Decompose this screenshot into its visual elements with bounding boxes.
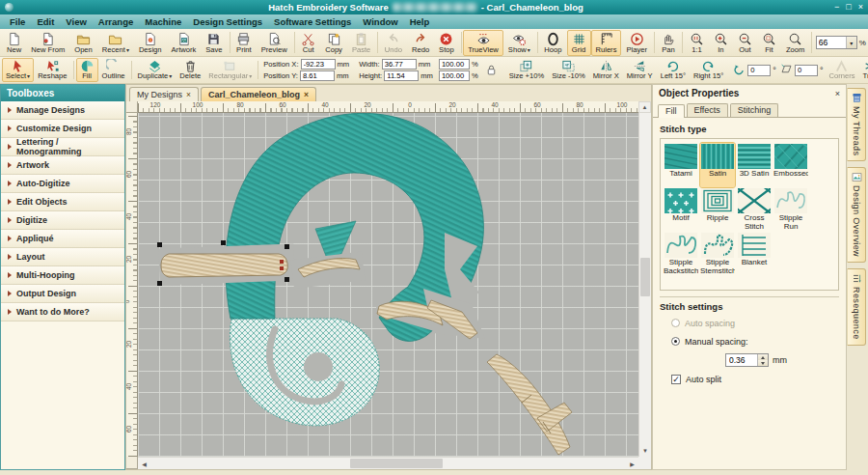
stitch-type-stipple-backstitch[interactable]: Stipple Backstitch <box>664 232 698 276</box>
tab-fill[interactable]: Fill <box>658 104 685 118</box>
toolbar-button-outline[interactable]: Outline <box>98 58 129 82</box>
spinner-down-button[interactable] <box>758 360 768 366</box>
toolbar-button-mirror-x[interactable]: Mirror X <box>589 58 623 82</box>
stitch-type-tatami[interactable]: Tatami <box>664 143 698 187</box>
chameleon-design[interactable] <box>138 113 638 457</box>
stitch-type-stipple-stemstitch[interactable]: Stipple Stemstitch <box>700 232 735 276</box>
toolbar-button-in[interactable]: In <box>709 30 733 56</box>
manual-spacing-radio[interactable] <box>671 337 680 346</box>
chameleon-tail[interactable] <box>230 319 379 426</box>
toolbar-button-design[interactable]: Design <box>134 30 167 56</box>
toolbar-button-stop[interactable]: Stop <box>434 30 459 56</box>
manual-spacing-input[interactable] <box>726 354 757 366</box>
close-button[interactable]: × <box>858 3 863 12</box>
sidebar-item-lettering-monogramming[interactable]: Lettering / Monogramming <box>1 138 124 156</box>
toolbar-button-right-15[interactable]: Right 15° <box>690 58 727 82</box>
zoom-level-combo[interactable]: ▾% <box>816 36 866 49</box>
tab-effects[interactable]: Effects <box>687 103 728 117</box>
toolbar-button-show[interactable]: Show▾ <box>503 30 535 56</box>
menu-machine[interactable]: Machine <box>139 15 187 28</box>
sidebar-item-multi-hooping[interactable]: Multi-Hooping <box>1 266 124 285</box>
horizontal-scrollbar[interactable]: ◀ ▶ <box>138 457 638 469</box>
toolbar-button-size-10[interactable]: Size +10% <box>505 58 549 82</box>
toolbar-button-fit[interactable]: Fit <box>757 30 781 56</box>
toolbar-button-cut[interactable]: Cut <box>296 30 320 56</box>
zoom-dropdown-button[interactable]: ▾ <box>846 37 856 48</box>
stitch-type-3d-satin[interactable]: 3D Satin <box>737 143 772 187</box>
toolbar-button-copy[interactable]: Copy <box>320 30 347 56</box>
stitch-type-ripple[interactable]: Ripple <box>700 187 735 232</box>
auto-spacing-option[interactable]: Auto spacing <box>660 316 839 330</box>
sidebar-item-manage-designs[interactable]: Manage Designs <box>1 101 124 120</box>
toolbar-button-pan[interactable]: Pan <box>656 30 680 56</box>
restore-button[interactable]: □ <box>846 3 851 12</box>
stitch-type-embossed[interactable]: Embossed <box>773 143 808 187</box>
toolbar-button-redo[interactable]: Redo <box>407 30 434 56</box>
toolbar-button-new[interactable]: New <box>2 30 26 56</box>
position-y-input[interactable] <box>300 70 335 81</box>
toolbar-button-trueview[interactable]: TrueView <box>463 30 503 56</box>
branch-left-selected[interactable] <box>161 254 287 277</box>
stitch-type-motif[interactable]: Motif <box>664 187 698 232</box>
toolbar-button-player[interactable]: Player <box>621 30 652 56</box>
toolbar-button-trim[interactable]: Trim <box>859 58 868 82</box>
auto-split-checkbox[interactable]: ✓ <box>671 375 681 384</box>
toolbar-button-print[interactable]: Print <box>231 30 257 56</box>
menu-arrange[interactable]: Arrange <box>93 15 139 28</box>
toolbar-button-1-1[interactable]: 1:1 <box>685 30 709 56</box>
toolbar-button-grid[interactable]: Grid <box>567 30 591 56</box>
toolbar-button-rulers[interactable]: Rulers <box>591 30 622 56</box>
sidebar-item-edit-objects[interactable]: Edit Objects <box>1 193 124 211</box>
menu-software-settings[interactable]: Software Settings <box>268 15 357 28</box>
sidebar-item-want-to-do-more[interactable]: Want to do More? <box>1 303 124 321</box>
horizontal-scrollbar-thumb[interactable] <box>350 459 443 468</box>
sidebar-item-artwork[interactable]: Artwork <box>1 156 124 175</box>
toolbar-button-mirror-y[interactable]: Mirror Y <box>623 58 657 82</box>
toolbar-button-zoom[interactable]: Zoom <box>781 30 809 56</box>
toolbar-button-size-10[interactable]: Size -10% <box>548 58 589 82</box>
height-input[interactable] <box>384 70 419 81</box>
scroll-right-button[interactable]: ▶ <box>626 458 638 469</box>
zoom-level-input[interactable] <box>817 38 846 47</box>
branch-bottom-right[interactable] <box>487 354 570 455</box>
doc-tab-my-designs[interactable]: My Designs× <box>129 87 199 101</box>
menu-design-settings[interactable]: Design Settings <box>187 15 268 28</box>
panel-tab-design-overview[interactable]: Design Overview <box>847 167 866 263</box>
position-x-input[interactable] <box>301 59 336 70</box>
toolbar-button-left-15[interactable]: Left 15° <box>657 58 690 82</box>
menu-window[interactable]: Window <box>357 15 403 28</box>
menu-view[interactable]: View <box>60 15 92 28</box>
sidebar-item-output-design[interactable]: Output Design <box>1 285 124 303</box>
scroll-down-button[interactable]: ▼ <box>639 444 651 457</box>
toolbar-button-select[interactable]: Select▾ <box>2 58 34 82</box>
minimize-button[interactable]: − <box>834 3 839 12</box>
toolbar-button-new-from[interactable]: New From <box>26 30 69 56</box>
toolbar-button-duplicate[interactable]: Duplicate▾ <box>134 58 176 82</box>
stitch-type-stipple-run[interactable]: Stipple Run <box>773 187 808 232</box>
toolbar-button-out[interactable]: Out <box>733 30 757 56</box>
sidebar-item-appliqu[interactable]: Appliqué <box>1 230 124 248</box>
lock-proportions-button[interactable] <box>481 62 502 78</box>
rotate-input[interactable] <box>747 65 771 76</box>
design-canvas[interactable] <box>138 113 638 457</box>
vertical-scrollbar-thumb[interactable] <box>640 258 650 296</box>
scale-x-input[interactable] <box>439 59 470 70</box>
scroll-up-button[interactable]: ▲ <box>638 101 651 113</box>
menu-edit[interactable]: Edit <box>31 15 60 28</box>
toolbar-button-fill[interactable]: Fill <box>76 58 98 82</box>
close-tab-icon[interactable]: × <box>304 90 309 99</box>
auto-spacing-radio[interactable] <box>671 319 680 327</box>
panel-close-icon[interactable]: × <box>835 89 840 98</box>
width-input[interactable] <box>382 59 417 70</box>
toolbar-button-recent[interactable]: Recent▾ <box>97 30 134 56</box>
toolbar-button-preview[interactable]: Preview <box>257 30 292 56</box>
menu-file[interactable]: File <box>4 15 31 28</box>
scroll-left-button[interactable]: ◀ <box>138 458 150 469</box>
skew-input[interactable] <box>795 65 818 76</box>
sidebar-item-layout[interactable]: Layout <box>1 248 124 266</box>
toolbar-button-save[interactable]: Save <box>201 30 227 56</box>
auto-split-option[interactable]: ✓ Auto split <box>660 372 839 387</box>
scale-y-input[interactable] <box>439 70 470 81</box>
toolbar-button-artwork[interactable]: Artwork <box>167 30 202 56</box>
tab-stitching[interactable]: Stitching <box>730 103 779 117</box>
